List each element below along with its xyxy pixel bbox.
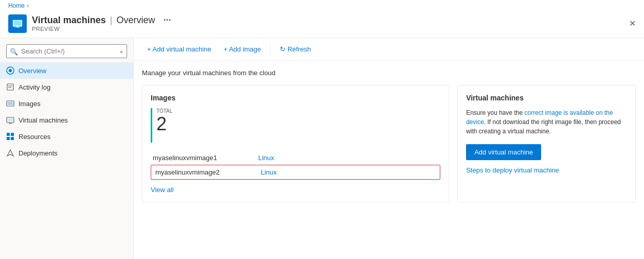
images-icon [6, 99, 14, 108]
total-count: 2 [156, 114, 440, 134]
svg-rect-3 [16, 26, 19, 27]
activity-log-icon [6, 83, 14, 91]
vm-desc-part2: . If not download the right image file, … [466, 118, 621, 135]
breadcrumb-home[interactable]: Home [8, 2, 25, 9]
search-input[interactable] [6, 44, 127, 58]
collapse-icon[interactable]: « [120, 48, 123, 55]
page-content: Manage your virtual machines from the cl… [134, 61, 644, 259]
add-vm-toolbar-label: + Add virtual machine [147, 45, 211, 53]
sidebar: 🔍 « Overview Activity log [0, 38, 134, 259]
vm-card-title: Virtual machines [466, 94, 627, 102]
resources-icon [6, 132, 14, 141]
svg-rect-7 [7, 84, 13, 90]
total-wrapper: Total 2 [151, 108, 440, 143]
vm-card: Virtual machines Ensure you have the cor… [457, 85, 636, 202]
sidebar-item-label-overview: Overview [19, 67, 46, 75]
cards-row: Images Total 2 myaselinuxvmimage1 Linux [142, 85, 636, 202]
image-name-1: myaselinuxvmimage1 [153, 154, 217, 162]
sidebar-item-label-activity-log: Activity log [19, 83, 50, 91]
search-icon: 🔍 [10, 47, 18, 55]
sidebar-item-virtual-machines[interactable]: Virtual machines [0, 112, 133, 128]
refresh-button[interactable]: ↻ Refresh [275, 42, 316, 56]
svg-rect-4 [15, 27, 21, 27]
svg-rect-19 [11, 137, 14, 140]
image-os-1: Linux [258, 154, 274, 162]
sidebar-item-overview[interactable]: Overview [0, 62, 133, 79]
top-bar: Virtual machines | Overview ··· PREVIEW … [0, 9, 644, 38]
overview-icon [6, 66, 14, 75]
toolbar: + Add virtual machine + Add image ↻ Refr… [134, 38, 644, 61]
page-subtitle: Manage your virtual machines from the cl… [142, 69, 636, 77]
sidebar-item-label-deployments: Deployments [19, 149, 58, 157]
app-icon [8, 14, 27, 33]
svg-rect-16 [7, 133, 10, 136]
view-all-link[interactable]: View all [151, 186, 174, 194]
sidebar-item-activity-log[interactable]: Activity log [0, 79, 133, 95]
table-row-highlighted: myaselinuxvmimage2 Linux [151, 165, 440, 180]
svg-rect-17 [11, 133, 14, 136]
preview-badge: PREVIEW [32, 26, 629, 32]
sidebar-item-label-resources: Resources [19, 133, 50, 141]
image-name-2: myaselinuxvmimage2 [155, 168, 220, 176]
header-ellipsis[interactable]: ··· [163, 15, 171, 26]
image-os-2: Linux [261, 168, 277, 176]
svg-rect-13 [8, 118, 13, 122]
sidebar-item-deployments[interactable]: Deployments [0, 145, 133, 161]
refresh-label: ↻ Refresh [280, 45, 311, 53]
svg-rect-18 [7, 137, 10, 140]
title-vm: Virtual machines [32, 15, 106, 26]
sidebar-item-images[interactable]: Images [0, 95, 133, 112]
toolbar-separator [270, 43, 271, 56]
svg-point-6 [9, 69, 12, 72]
svg-rect-1 [14, 21, 22, 25]
title-group: Virtual machines | Overview ··· PREVIEW [32, 15, 629, 32]
breadcrumb: Home › [0, 0, 644, 9]
sidebar-item-resources[interactable]: Resources [0, 128, 133, 145]
svg-rect-2 [13, 25, 22, 26]
images-card: Images Total 2 myaselinuxvmimage1 Linux [142, 85, 449, 202]
title-section: Overview [116, 15, 155, 26]
deploy-steps-link[interactable]: Steps to deploy virtual machine [466, 166, 559, 174]
search-container: 🔍 « [6, 44, 127, 58]
images-card-title: Images [151, 94, 440, 102]
total-inner: Total 2 [151, 108, 440, 143]
svg-rect-11 [8, 102, 13, 105]
add-image-button[interactable]: + Add image [219, 42, 266, 56]
table-row: myaselinuxvmimage1 Linux [151, 151, 440, 165]
vm-icon [6, 116, 14, 124]
vm-desc-part1: Ensure you have the [466, 109, 524, 116]
close-button[interactable]: ✕ [629, 19, 636, 28]
add-virtual-machine-toolbar-button[interactable]: + Add virtual machine [142, 42, 217, 56]
content-area: + Add virtual machine + Add image ↻ Refr… [134, 38, 644, 259]
deployments-icon [6, 149, 14, 157]
breadcrumb-sep: › [27, 2, 29, 9]
add-image-label: + Add image [224, 45, 261, 53]
total-label: Total [156, 108, 440, 114]
add-virtual-machine-button[interactable]: Add virtual machine [466, 144, 541, 160]
vm-card-description: Ensure you have the correct image is ava… [466, 108, 627, 136]
sidebar-item-label-virtual-machines: Virtual machines [19, 116, 68, 124]
title-divider: | [110, 15, 113, 26]
sidebar-item-label-images: Images [19, 100, 41, 108]
page-title: Virtual machines | Overview ··· [32, 15, 629, 26]
